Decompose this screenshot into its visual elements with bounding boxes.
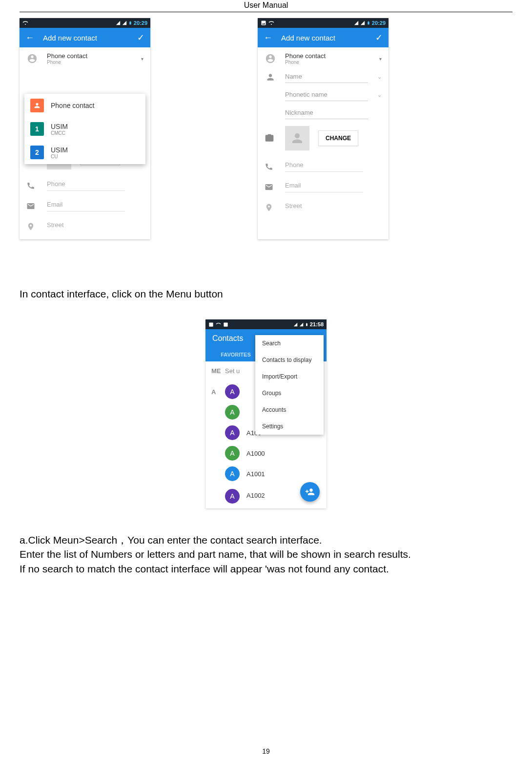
account-icon <box>265 53 276 64</box>
phone-contact-icon <box>30 99 44 112</box>
menu-contacts-display[interactable]: Contacts to display <box>255 352 324 368</box>
phone-field[interactable]: Phone <box>258 156 389 177</box>
status-time: 20:29 <box>134 20 147 26</box>
contact-row[interactable]: A A1001 <box>205 464 327 484</box>
status-time: 21:58 <box>310 321 324 327</box>
street-input[interactable]: Street <box>47 221 125 232</box>
menu-groups[interactable]: Groups <box>255 385 324 401</box>
signal-icon <box>122 21 127 25</box>
menu-popup: Search Contacts to display Import/Export… <box>255 335 324 435</box>
phonetic-field-row[interactable]: Phonetic name ⌄ <box>258 84 389 102</box>
screenshot-2: 20:29 ← Add new contact ✓ Phone contact … <box>258 18 389 239</box>
storage-selector[interactable]: Phone contact Phone ▾ <box>258 47 389 66</box>
confirm-icon[interactable]: ✓ <box>137 32 144 43</box>
battery-icon <box>305 322 308 327</box>
storage-dropdown: Phone contact 1 USIM CMCC 2 USIM CU <box>24 94 145 164</box>
contact-avatar: A <box>225 425 240 440</box>
avatar-placeholder[interactable] <box>285 126 309 150</box>
image-icon <box>261 20 266 26</box>
contact-avatar: A <box>225 446 240 461</box>
dropdown-caret-icon: ▾ <box>379 56 382 62</box>
battery-icon <box>128 20 132 26</box>
back-icon[interactable]: ← <box>264 33 272 43</box>
person-icon <box>265 71 276 83</box>
contact-avatar: A <box>225 466 240 481</box>
phone-input[interactable]: Phone <box>47 180 125 191</box>
dropdown-sublabel: CMCC <box>51 130 68 136</box>
signal-icon <box>293 322 298 327</box>
add-contact-fab[interactable] <box>300 482 320 502</box>
confirm-icon[interactable]: ✓ <box>375 32 383 43</box>
header-rule <box>20 12 512 12</box>
storage-selector[interactable]: Phone contact Phone ▾ <box>20 47 150 66</box>
camera-icon[interactable] <box>265 133 276 143</box>
expand-icon[interactable]: ⌄ <box>377 92 382 98</box>
me-label: ME <box>211 367 225 375</box>
nickname-field-row[interactable]: Nickname <box>258 102 389 120</box>
name-input[interactable]: Name <box>285 71 368 83</box>
contact-avatar: A <box>225 405 240 420</box>
storage-label: Phone contact <box>47 52 141 60</box>
menu-settings[interactable]: Settings <box>255 418 324 435</box>
dropdown-caret-icon: ▾ <box>141 56 143 62</box>
menu-accounts[interactable]: Accounts <box>255 401 324 418</box>
change-button[interactable]: CHANGE <box>318 130 358 146</box>
photo-row: CHANGE <box>258 120 389 156</box>
status-bar: 20:29 <box>20 18 150 28</box>
contact-avatar: A <box>225 384 240 399</box>
add-person-icon <box>305 487 315 497</box>
email-field[interactable]: Email <box>20 196 150 216</box>
menu-search[interactable]: Search <box>255 335 324 352</box>
street-field[interactable]: Street <box>258 197 389 220</box>
name-field-row[interactable]: Name ⌄ <box>258 66 389 84</box>
dropdown-label: USIM <box>51 123 68 130</box>
storage-label: Phone contact <box>285 52 379 60</box>
page-header: User Manual <box>0 0 532 12</box>
app-title: Add new contact <box>281 34 375 42</box>
email-input[interactable]: Email <box>47 201 125 211</box>
nickname-input[interactable]: Nickname <box>285 107 368 119</box>
signal-icon <box>360 21 365 25</box>
phone-icon <box>265 162 276 171</box>
street-field[interactable]: Street <box>20 216 150 239</box>
street-input[interactable]: Street <box>285 202 363 212</box>
setup-profile[interactable]: Set u <box>225 367 240 375</box>
storage-sublabel: Phone <box>285 60 379 65</box>
screenshot-1: 20:29 ← Add new contact ✓ Phone contact … <box>20 18 150 239</box>
image-icon <box>208 322 214 327</box>
dropdown-item-usim1[interactable]: 1 USIM CMCC <box>24 117 145 141</box>
status-bar: 21:58 <box>205 319 327 329</box>
expand-icon[interactable]: ⌄ <box>377 74 382 80</box>
phone-input[interactable]: Phone <box>285 161 363 172</box>
email-icon <box>26 202 38 211</box>
app-bar: ← Add new contact ✓ <box>20 28 150 47</box>
contact-name: A1002 <box>246 492 265 499</box>
dropdown-item-phone[interactable]: Phone contact <box>24 94 145 117</box>
account-icon <box>26 53 38 64</box>
text-line-3: If no search to match the contact interf… <box>20 562 512 576</box>
contact-row[interactable]: A A1000 <box>205 443 327 464</box>
back-icon[interactable]: ← <box>25 33 34 43</box>
dropdown-label: Phone contact <box>51 102 95 109</box>
status-time: 20:29 <box>372 20 386 26</box>
screenshot-3: 21:58 Contacts FAVORITES ALL ME Set u A … <box>205 319 327 508</box>
text-line-1: a.Click Meun>Search，You can enter the co… <box>20 533 512 547</box>
phonetic-input[interactable]: Phonetic name <box>285 89 368 101</box>
signal-icon <box>299 322 304 327</box>
contact-name: A1001 <box>246 470 265 478</box>
menu-import-export[interactable]: Import/Export <box>255 368 324 385</box>
storage-sublabel: Phone <box>47 60 141 65</box>
status-bar: 20:29 <box>258 18 389 28</box>
phone-field[interactable]: Phone <box>20 175 150 196</box>
email-input[interactable]: Email <box>285 182 363 192</box>
wifi-icon <box>22 20 28 26</box>
signal-icon <box>116 21 121 25</box>
battery-icon <box>367 20 370 26</box>
signal-icon <box>354 21 359 25</box>
bottom-text: a.Click Meun>Search，You can enter the co… <box>20 533 512 576</box>
phone-icon <box>26 181 38 190</box>
page-number: 19 <box>262 747 270 755</box>
dropdown-item-usim2[interactable]: 2 USIM CU <box>24 141 145 164</box>
contact-avatar: A <box>225 489 240 504</box>
email-field[interactable]: Email <box>258 177 389 197</box>
